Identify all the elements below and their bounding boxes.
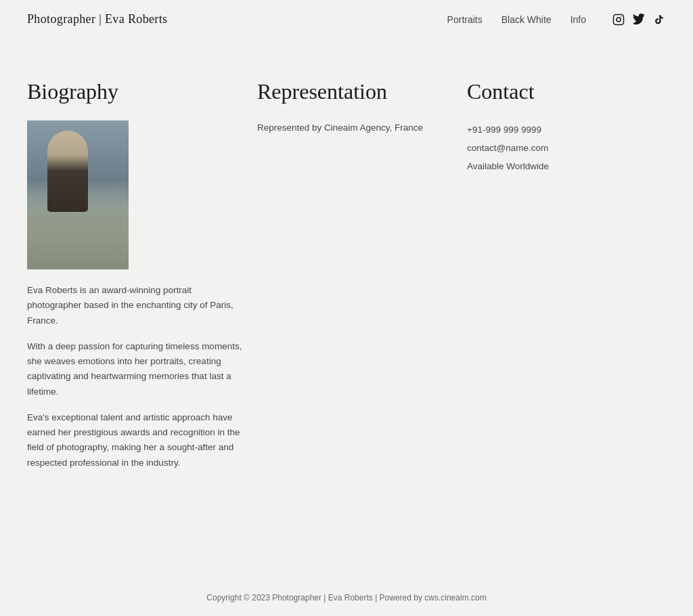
biography-column: Biography Eva Roberts is an award-winnin… — [27, 79, 257, 481]
contact-column: Contact +91-999 999 9999 contact@name.co… — [467, 79, 666, 175]
nav-black-white[interactable]: Black White — [501, 14, 552, 25]
bio-paragraph-1: Eva Roberts is an award-winning portrait… — [27, 283, 244, 328]
representation-column: Representation Represented by Cineaim Ag… — [257, 79, 467, 135]
representation-heading: Representation — [257, 79, 453, 104]
nav-info[interactable]: Info — [571, 14, 586, 25]
contact-heading: Contact — [467, 79, 666, 104]
nav: Portraits Black White Info — [447, 13, 666, 26]
main-content: Biography Eva Roberts is an award-winnin… — [0, 39, 693, 508]
footer-copyright: Copyright © 2023 Photographer | Eva Robe… — [206, 593, 486, 602]
tiktok-icon[interactable] — [652, 13, 666, 26]
representation-text: Represented by Cineaim Agency, France — [257, 120, 453, 135]
twitter-icon[interactable] — [632, 13, 646, 26]
svg-rect-0 — [614, 14, 624, 24]
contact-phone: +91-999 999 9999 — [467, 120, 666, 139]
instagram-icon[interactable] — [612, 13, 625, 26]
svg-point-1 — [617, 18, 621, 22]
bio-photo — [27, 120, 129, 269]
footer: Copyright © 2023 Photographer | Eva Robe… — [0, 579, 693, 616]
contact-info: +91-999 999 9999 contact@name.com Availa… — [467, 120, 666, 175]
header: Photographer | Eva Roberts Portraits Bla… — [0, 0, 693, 39]
svg-point-2 — [621, 16, 622, 18]
site-title: Photographer | Eva Roberts — [27, 12, 167, 26]
biography-heading: Biography — [27, 79, 244, 104]
contact-email[interactable]: contact@name.com — [467, 139, 666, 157]
bio-paragraph-3: Eva's exceptional talent and artistic ap… — [27, 410, 244, 470]
bio-paragraph-2: With a deep passion for capturing timele… — [27, 339, 244, 399]
columns: Biography Eva Roberts is an award-winnin… — [27, 79, 666, 481]
social-icons — [612, 13, 666, 26]
contact-availability: Available Worldwide — [467, 157, 666, 175]
nav-portraits[interactable]: Portraits — [447, 14, 483, 25]
